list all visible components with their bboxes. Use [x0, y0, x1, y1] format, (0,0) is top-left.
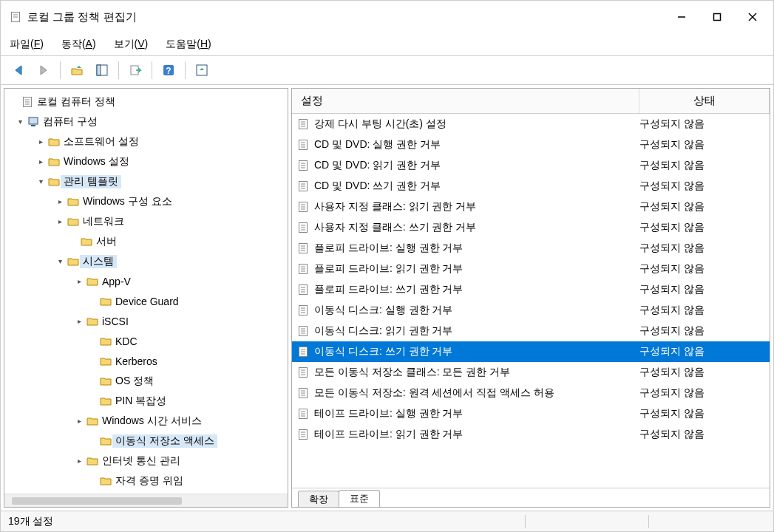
setting-name: 이동식 디스크: 쓰기 권한 거부: [314, 345, 639, 358]
menubar: 파일(F) 동작(A) 보기(V) 도움말(H): [1, 33, 773, 55]
policy-icon: [292, 222, 314, 233]
window-controls: [664, 4, 770, 30]
toolbar: ?: [1, 55, 773, 85]
setting-state: 구성되지 않음: [639, 386, 758, 400]
list-row[interactable]: 플로피 드라이브: 쓰기 권한 거부구성되지 않음: [292, 279, 770, 300]
tree-admin-templates[interactable]: ▾관리 템플릿: [4, 171, 288, 191]
window-title: 로컬 그룹 정책 편집기: [27, 10, 664, 24]
setting-name: 모든 이동식 저장소 클래스: 모든 권한 거부: [314, 366, 639, 379]
tree-time-service[interactable]: ▸Windows 시간 서비스: [4, 411, 288, 431]
tree-kerberos[interactable]: Kerberos: [4, 351, 288, 371]
setting-name: 테이프 드라이브: 읽기 권한 거부: [314, 428, 639, 441]
forward-button[interactable]: [32, 58, 55, 82]
tree-windows-settings[interactable]: ▸Windows 설정: [4, 151, 288, 171]
setting-name: 모든 이동식 저장소: 원격 세션에서 직접 액세스 허용: [314, 386, 639, 400]
col-state[interactable]: 상태: [639, 89, 770, 113]
setting-state: 구성되지 않음: [639, 407, 758, 420]
svg-rect-10: [714, 14, 721, 21]
list-header: 설정 상태: [292, 89, 770, 114]
tab-extended[interactable]: 확장: [298, 491, 339, 508]
preview-button[interactable]: [190, 58, 214, 82]
tree-panel: 로컬 컴퓨터 정책 ▾컴퓨터 구성 ▸소프트웨어 설정 ▸Windows 설정 …: [4, 88, 288, 508]
tree-pin[interactable]: PIN 복잡성: [4, 391, 288, 411]
show-tree-button[interactable]: [90, 58, 114, 82]
menu-file[interactable]: 파일(F): [10, 38, 44, 51]
setting-name: 플로피 드라이브: 읽기 권한 거부: [314, 262, 639, 276]
svg-rect-14: [97, 65, 101, 75]
tree-computer-config[interactable]: ▾컴퓨터 구성: [4, 112, 288, 132]
list-row[interactable]: 테이프 드라이브: 실행 권한 거부구성되지 않음: [292, 403, 770, 424]
setting-state: 구성되지 않음: [639, 324, 758, 338]
tree-cred-delegation[interactable]: 자격 증명 위임: [4, 471, 288, 491]
titlebar: 로컬 그룹 정책 편집기: [1, 1, 773, 33]
tree-system[interactable]: ▾시스템: [4, 251, 288, 271]
tree-network[interactable]: ▸네트워크: [4, 211, 288, 231]
policy-icon: [292, 201, 314, 213]
list-row[interactable]: 모든 이동식 저장소: 원격 세션에서 직접 액세스 허용구성되지 않음: [292, 383, 770, 403]
up-button[interactable]: [65, 58, 89, 82]
setting-name: 테이프 드라이브: 실행 권한 거부: [314, 407, 639, 420]
list-row[interactable]: 이동식 디스크: 실행 권한 거부구성되지 않음: [292, 300, 770, 321]
minimize-button[interactable]: [664, 4, 699, 30]
list-row[interactable]: 이동식 디스크: 쓰기 권한 거부구성되지 않음: [292, 341, 770, 362]
tree-software[interactable]: ▸소프트웨어 설정: [4, 132, 288, 151]
setting-state: 구성되지 않음: [639, 200, 758, 214]
svg-text:?: ?: [166, 66, 171, 76]
list-row[interactable]: 테이프 드라이브: 읽기 권한 거부구성되지 않음: [292, 424, 770, 445]
policy-icon: [292, 325, 314, 337]
tree-hscrollbar[interactable]: [4, 494, 288, 507]
setting-state: 구성되지 않음: [639, 428, 758, 441]
setting-name: 이동식 디스크: 실행 권한 거부: [314, 304, 639, 317]
tree-server[interactable]: 서버: [4, 231, 288, 251]
separator: [60, 61, 61, 79]
tree-appv[interactable]: ▸App-V: [4, 271, 288, 291]
setting-state: 구성되지 않음: [639, 221, 758, 234]
tab-standard[interactable]: 표준: [339, 490, 380, 507]
back-button[interactable]: [7, 58, 30, 82]
tree-iscsi[interactable]: ▸iSCSI: [4, 311, 288, 331]
setting-state: 구성되지 않음: [639, 138, 758, 151]
setting-state: 구성되지 않음: [639, 345, 758, 358]
list-row[interactable]: CD 및 DVD: 쓰기 권한 거부구성되지 않음: [292, 176, 770, 197]
list-row[interactable]: 강제 다시 부팅 시간(초) 설정구성되지 않음: [292, 114, 770, 134]
separator: [118, 61, 119, 79]
separator: [185, 61, 186, 79]
list-row[interactable]: 이동식 디스크: 읽기 권한 거부구성되지 않음: [292, 321, 770, 341]
tree-view[interactable]: 로컬 컴퓨터 정책 ▾컴퓨터 구성 ▸소프트웨어 설정 ▸Windows 설정 …: [4, 89, 288, 494]
policy-icon: [292, 366, 314, 378]
list-body[interactable]: 강제 다시 부팅 시간(초) 설정구성되지 않음CD 및 DVD: 실행 권한 …: [292, 114, 770, 488]
col-setting[interactable]: 설정: [292, 89, 639, 113]
policy-icon: [292, 242, 314, 254]
list-row[interactable]: CD 및 DVD: 실행 권한 거부구성되지 않음: [292, 134, 770, 155]
tree-root[interactable]: 로컬 컴퓨터 정책: [4, 92, 288, 112]
list-row[interactable]: 플로피 드라이브: 실행 권한 거부구성되지 않음: [292, 238, 770, 259]
help-button[interactable]: ?: [157, 58, 180, 82]
tree-device-guard[interactable]: Device Guard: [4, 291, 288, 311]
policy-icon: [292, 160, 314, 171]
separator: [648, 515, 649, 528]
close-button[interactable]: [735, 4, 770, 30]
setting-name: 플로피 드라이브: 실행 권한 거부: [314, 242, 639, 255]
list-panel: 설정 상태 강제 다시 부팅 시간(초) 설정구성되지 않음CD 및 DVD: …: [291, 88, 770, 508]
menu-help[interactable]: 도움말(H): [166, 38, 211, 51]
setting-state: 구성되지 않음: [639, 262, 758, 276]
separator: [525, 515, 526, 528]
list-row[interactable]: 플로피 드라이브: 읽기 권한 거부구성되지 않음: [292, 259, 770, 279]
list-row[interactable]: 모든 이동식 저장소 클래스: 모든 권한 거부구성되지 않음: [292, 362, 770, 383]
policy-icon: [292, 346, 314, 358]
list-row[interactable]: 사용자 지정 클래스: 쓰기 권한 거부구성되지 않음: [292, 217, 770, 238]
setting-name: 사용자 지정 클래스: 쓰기 권한 거부: [314, 221, 639, 234]
tree-internet-comm[interactable]: ▸인터넷 통신 관리: [4, 451, 288, 471]
export-button[interactable]: [123, 58, 147, 82]
menu-action[interactable]: 동작(A): [61, 38, 96, 51]
tree-removable-storage[interactable]: 이동식 저장소 액세스: [4, 431, 288, 451]
list-row[interactable]: CD 및 DVD: 읽기 권한 거부구성되지 않음: [292, 155, 770, 176]
tree-kdc[interactable]: KDC: [4, 331, 288, 351]
maximize-button[interactable]: [699, 4, 735, 30]
tabs: 확장 표준: [292, 488, 770, 507]
tree-os-policy[interactable]: OS 정책: [4, 371, 288, 391]
list-row[interactable]: 사용자 지정 클래스: 읽기 권한 거부구성되지 않음: [292, 197, 770, 217]
tree-win-components[interactable]: ▸Windows 구성 요소: [4, 191, 288, 211]
menu-view[interactable]: 보기(V): [114, 38, 149, 51]
setting-name: CD 및 DVD: 읽기 권한 거부: [314, 159, 639, 172]
